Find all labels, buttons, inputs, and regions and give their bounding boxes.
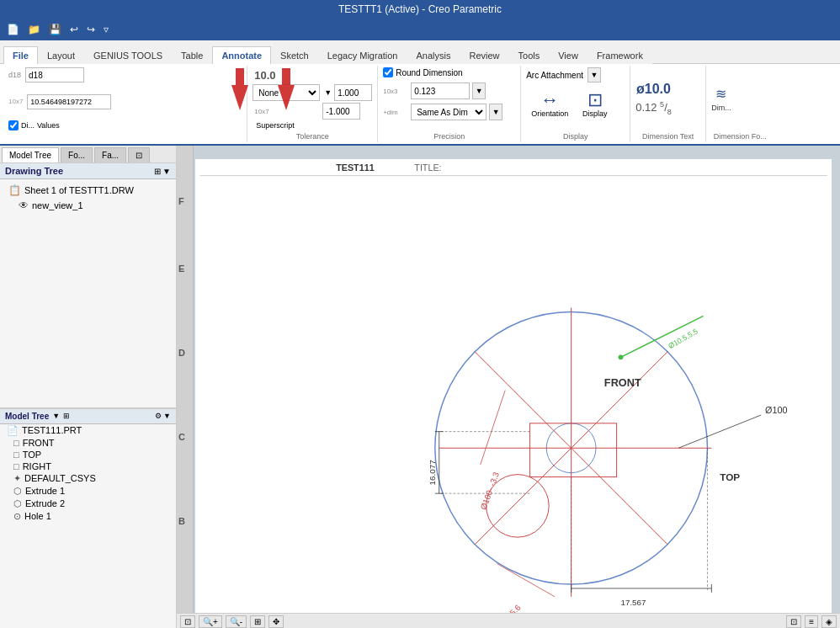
ruler-letter-b: B bbox=[178, 516, 185, 526]
mt-item-test111[interactable]: 📄 TEST111.PRT bbox=[0, 424, 176, 437]
tolerance-mode-select[interactable]: None Symmetric Plus-Minus bbox=[253, 84, 320, 101]
tab-view[interactable]: View bbox=[549, 46, 587, 64]
mt-item-extrude1[interactable]: ⬡ Extrude 1 bbox=[0, 485, 176, 498]
dim-text-d105: Ø10.5,5.5 bbox=[667, 327, 699, 350]
qa-open-btn[interactable]: 📁 bbox=[24, 22, 44, 37]
mt-item-front[interactable]: □ FRONT bbox=[0, 437, 176, 449]
tab-analysis[interactable]: Analysis bbox=[407, 46, 460, 64]
appearances-btn[interactable]: ◈ bbox=[821, 615, 837, 628]
group-label-references bbox=[8, 139, 242, 141]
tab-annotate[interactable]: Annotate bbox=[212, 46, 271, 64]
group-label-precision: Precision bbox=[383, 130, 515, 141]
tab-legacy-migration[interactable]: Legacy Migration bbox=[318, 46, 407, 64]
display-icon: ⊡ bbox=[587, 91, 603, 109]
dim-text-d100-right: Ø100 bbox=[765, 405, 787, 415]
tab-layout[interactable]: Layout bbox=[38, 46, 84, 64]
dim-text-17: 17.567 bbox=[620, 598, 646, 607]
model-tree-settings-btn[interactable]: ⚙ bbox=[155, 412, 162, 420]
dim-line-d156 bbox=[497, 564, 555, 597]
tab-tools[interactable]: Tools bbox=[509, 46, 550, 64]
orientation-btn[interactable]: ↔ Orientation bbox=[526, 88, 573, 121]
zoom-rect-btn[interactable]: ⊞ bbox=[250, 615, 265, 628]
ribbon-group-dim-text: ø10.0 0.12 5/8 Dimension Text bbox=[630, 66, 706, 142]
tree-settings-btn[interactable]: ▼ bbox=[162, 167, 171, 176]
sidebar-tab-fa[interactable]: Fa... bbox=[94, 147, 126, 162]
drawing-tree-content: 📋 Sheet 1 of TESTTT1.DRW 👁 new_view_1 bbox=[0, 179, 176, 407]
tolerance-plus-input[interactable] bbox=[334, 84, 372, 101]
sidebar-tab-extra[interactable]: ⊡ bbox=[128, 147, 150, 162]
mt-item-csys[interactable]: ✦ DEFAULT_CSYS bbox=[0, 472, 176, 485]
round-dimension-checkbox[interactable] bbox=[383, 67, 393, 77]
main-area: Model Tree Fo... Fa... ⊡ Drawing Tree ⊞ … bbox=[0, 146, 840, 628]
pan-btn[interactable]: ✥ bbox=[268, 615, 284, 628]
precision-dropdown-btn[interactable]: ▼ bbox=[472, 82, 486, 99]
drawing-tree-label: Drawing Tree bbox=[5, 166, 63, 176]
layers-btn[interactable]: ≡ bbox=[805, 615, 818, 628]
zoom-out-btn[interactable]: 🔍- bbox=[226, 615, 247, 628]
mt-item-extrude2[interactable]: ⬡ Extrude 2 bbox=[0, 498, 176, 510]
qa-more-btn[interactable]: ▿ bbox=[100, 22, 112, 37]
mt-icon-top: □ bbox=[13, 450, 19, 460]
sidebar: Model Tree Fo... Fa... ⊡ Drawing Tree ⊞ … bbox=[0, 146, 177, 628]
ribbon-content: d18 10x7 Di... Values 10.0 None Symmetri… bbox=[0, 64, 840, 146]
ruler-letter-d: D bbox=[178, 348, 185, 358]
mt-item-hole1[interactable]: ⊙ Hole 1 bbox=[0, 510, 176, 523]
sidebar-tab-model-tree[interactable]: Model Tree bbox=[2, 147, 59, 162]
model-tree-expand-btn[interactable]: ▼ bbox=[163, 412, 171, 420]
tree-list-view-btn[interactable]: ⊞ bbox=[154, 167, 161, 176]
display-label: Di... bbox=[21, 121, 35, 130]
qa-save-btn[interactable]: 💾 bbox=[45, 22, 65, 37]
mt-icon-right: □ bbox=[13, 461, 19, 471]
tab-review[interactable]: Review bbox=[460, 46, 508, 64]
qa-new-btn[interactable]: 📄 bbox=[3, 22, 23, 37]
tab-genius-tools[interactable]: GENIUS TOOLS bbox=[84, 46, 172, 64]
display-checkbox[interactable] bbox=[8, 120, 19, 130]
ruler-vertical: F E D C B bbox=[177, 146, 194, 628]
zoom-fit-btn[interactable]: ⊡ bbox=[180, 615, 195, 628]
quick-access-toolbar: 📄 📁 💾 ↩ ↪ ▿ bbox=[0, 19, 840, 40]
tree-item-view[interactable]: 👁 new_view_1 bbox=[5, 198, 171, 213]
model-tree-label: Model Tree bbox=[5, 412, 49, 421]
precision-value-input[interactable] bbox=[411, 82, 470, 99]
display-btn-label: Display bbox=[582, 109, 608, 118]
mt-item-top[interactable]: □ TOP bbox=[0, 449, 176, 460]
tab-framework[interactable]: Framework bbox=[587, 46, 652, 64]
model-tree-bottom: Model Tree ▼ ⊞ ⚙ ▼ 📄 TEST111.PRT □ FRONT bbox=[0, 408, 176, 629]
mt-label-right: RIGHT bbox=[23, 461, 51, 471]
tab-file[interactable]: File bbox=[3, 46, 38, 64]
group-label-tolerance: Tolerance bbox=[253, 130, 372, 141]
qa-redo-btn[interactable]: ↪ bbox=[83, 22, 98, 37]
mt-item-right[interactable]: □ RIGHT bbox=[0, 460, 176, 472]
tab-table[interactable]: Table bbox=[172, 46, 212, 64]
dim-text-d100-tol: Ø100- -3.3 bbox=[479, 471, 502, 511]
drawing-svg: TEST111 TITLE: bbox=[195, 159, 832, 628]
ribbon-group-dimension: d18 10x7 Di... Values bbox=[3, 66, 247, 142]
sidebar-tab-fo[interactable]: Fo... bbox=[61, 147, 93, 162]
model-tree-filter-btn[interactable]: ▼ bbox=[52, 412, 60, 420]
same-as-dim-select[interactable]: Same As Dim bbox=[411, 104, 486, 120]
orientation-icon: ↔ bbox=[540, 91, 559, 109]
mt-label-csys: DEFAULT_CSYS bbox=[24, 473, 96, 483]
dimension-value-input[interactable] bbox=[27, 94, 111, 109]
view-icon: 👁 bbox=[19, 200, 29, 211]
model-tree-cols-btn[interactable]: ⊞ bbox=[63, 412, 70, 420]
tree-item-sheet[interactable]: 📋 Sheet 1 of TESTTT1.DRW bbox=[5, 183, 171, 198]
sidebar-tabs: Model Tree Fo... Fa... ⊡ bbox=[0, 146, 176, 163]
mt-icon-hole1: ⊙ bbox=[13, 511, 21, 522]
display-btn[interactable]: ⊡ Display bbox=[576, 88, 614, 121]
display-options-btn[interactable]: ⊡ bbox=[786, 615, 801, 628]
zoom-in-btn[interactable]: 🔍+ bbox=[199, 615, 222, 628]
same-as-dim-dropdown[interactable]: ▼ bbox=[489, 104, 502, 120]
title-bar: TESTTT1 (Active) - Creo Parametric bbox=[0, 0, 840, 19]
group-label-dim-format: Dimension Fo... bbox=[711, 130, 768, 141]
front-label: FRONT bbox=[604, 376, 641, 389]
dimension-name-input[interactable] bbox=[25, 67, 84, 82]
mt-label-top: TOP bbox=[23, 450, 41, 460]
qa-undo-btn[interactable]: ↩ bbox=[66, 22, 82, 37]
dim-text-16: 16.077 bbox=[428, 460, 437, 485]
arc-attachment-btn[interactable]: ▼ bbox=[587, 67, 601, 82]
tolerance-minus-input[interactable] bbox=[322, 103, 360, 120]
model-tree-header: Model Tree ▼ ⊞ ⚙ ▼ bbox=[0, 409, 176, 424]
tab-sketch[interactable]: Sketch bbox=[271, 46, 318, 64]
mt-icon-extrude2: ⬡ bbox=[13, 498, 22, 509]
